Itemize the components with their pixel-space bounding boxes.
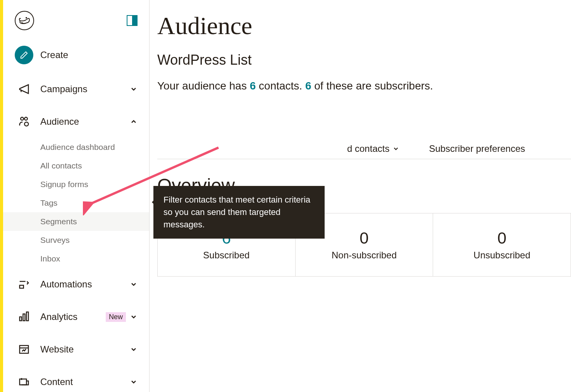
svg-rect-10 bbox=[20, 379, 27, 385]
sidebar-item-label: Content bbox=[40, 377, 130, 387]
sidebar-item-label: Automations bbox=[40, 279, 130, 290]
chevron-down-icon bbox=[392, 145, 399, 152]
sidebar-item-audience[interactable]: Audience bbox=[3, 105, 149, 138]
chevron-down-icon bbox=[130, 378, 138, 386]
stat-label: Non-subscribed bbox=[303, 250, 425, 261]
sidebar-subitem-segments[interactable]: Segments bbox=[3, 212, 149, 231]
chevron-down-icon bbox=[130, 313, 138, 321]
svg-point-3 bbox=[24, 117, 28, 120]
sidebar-item-label: Website bbox=[40, 344, 130, 355]
website-icon bbox=[15, 340, 33, 359]
contacts-count: 6 bbox=[250, 80, 256, 92]
audience-summary: Your audience has 6 contacts. 6 of these… bbox=[157, 80, 571, 92]
sidebar-subitem-tags[interactable]: Tags bbox=[40, 194, 149, 212]
mailchimp-logo-icon[interactable] bbox=[15, 11, 34, 30]
sidebar-item-website[interactable]: Website bbox=[3, 333, 149, 366]
stat-label: Subscribed bbox=[165, 250, 287, 261]
svg-rect-8 bbox=[26, 312, 28, 321]
chevron-up-icon bbox=[130, 118, 138, 126]
sidebar-item-campaigns[interactable]: Campaigns bbox=[3, 73, 149, 105]
sidebar-item-label: Campaigns bbox=[40, 84, 130, 95]
sidebar: Create Campaigns Audience Audience das bbox=[3, 0, 150, 392]
chevron-down-icon bbox=[130, 280, 138, 288]
sidebar-item-label: Create bbox=[40, 50, 138, 60]
svg-point-4 bbox=[24, 122, 28, 126]
tabs-row: d contacts Subscriber preferences bbox=[157, 139, 571, 159]
audience-icon bbox=[15, 112, 33, 131]
svg-rect-9 bbox=[20, 346, 29, 353]
theme-toggle-icon[interactable] bbox=[127, 15, 138, 26]
analytics-icon bbox=[15, 308, 33, 326]
tab-subscriber-preferences[interactable]: Subscriber preferences bbox=[414, 139, 540, 159]
svg-rect-7 bbox=[23, 314, 25, 321]
sidebar-item-analytics[interactable]: Analytics New bbox=[3, 301, 149, 333]
megaphone-icon bbox=[15, 80, 33, 98]
sidebar-subitem-signup-forms[interactable]: Signup forms bbox=[40, 175, 149, 194]
sidebar-subitem-audience-dashboard[interactable]: Audience dashboard bbox=[40, 138, 149, 156]
yellow-accent-border bbox=[0, 0, 3, 392]
segments-tooltip: Filter contacts that meet certain criter… bbox=[153, 186, 325, 239]
svg-point-2 bbox=[21, 117, 24, 120]
sidebar-item-create[interactable]: Create bbox=[3, 42, 149, 73]
list-title: WordPress List bbox=[157, 52, 571, 68]
sidebar-item-label: Analytics New bbox=[40, 311, 130, 322]
svg-rect-6 bbox=[20, 317, 22, 321]
content-icon bbox=[15, 373, 33, 391]
subscribers-count: 6 bbox=[305, 80, 311, 92]
pencil-icon bbox=[15, 46, 33, 64]
badge-new: New bbox=[106, 312, 126, 322]
chevron-down-icon bbox=[130, 346, 138, 353]
audience-subitems: Audience dashboard All contacts Signup f… bbox=[3, 138, 149, 268]
sidebar-subitem-inbox[interactable]: Inbox bbox=[40, 249, 149, 268]
stat-label: Unsubscribed bbox=[441, 250, 563, 261]
stat-card-unsubscribed[interactable]: 0 Unsubscribed bbox=[433, 213, 571, 276]
app-root: Create Campaigns Audience Audience das bbox=[0, 0, 571, 392]
sidebar-item-label: Audience bbox=[40, 116, 130, 127]
logo-row bbox=[3, 11, 149, 42]
chevron-down-icon bbox=[130, 85, 138, 93]
automations-icon bbox=[15, 275, 33, 294]
page-title: Audience bbox=[157, 12, 571, 40]
sidebar-item-content[interactable]: Content bbox=[3, 366, 149, 392]
sidebar-item-automations[interactable]: Automations bbox=[3, 268, 149, 301]
sidebar-subitem-all-contacts[interactable]: All contacts bbox=[40, 156, 149, 175]
stat-number: 0 bbox=[441, 229, 563, 248]
tab-add-contacts[interactable]: d contacts bbox=[332, 139, 414, 159]
sidebar-subitem-surveys[interactable]: Surveys bbox=[40, 231, 149, 249]
svg-rect-5 bbox=[20, 285, 24, 289]
svg-point-1 bbox=[26, 17, 27, 19]
